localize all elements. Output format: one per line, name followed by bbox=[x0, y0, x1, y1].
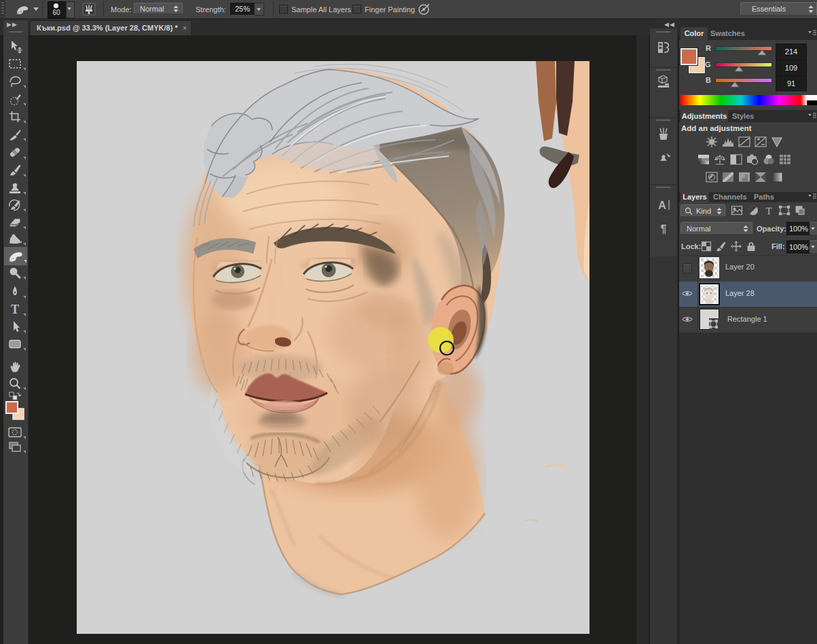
svg-text:T: T bbox=[765, 206, 771, 216]
svg-text:¶: ¶ bbox=[661, 223, 667, 235]
svg-text:T: T bbox=[11, 303, 19, 316]
svg-text:A: A bbox=[658, 200, 666, 211]
